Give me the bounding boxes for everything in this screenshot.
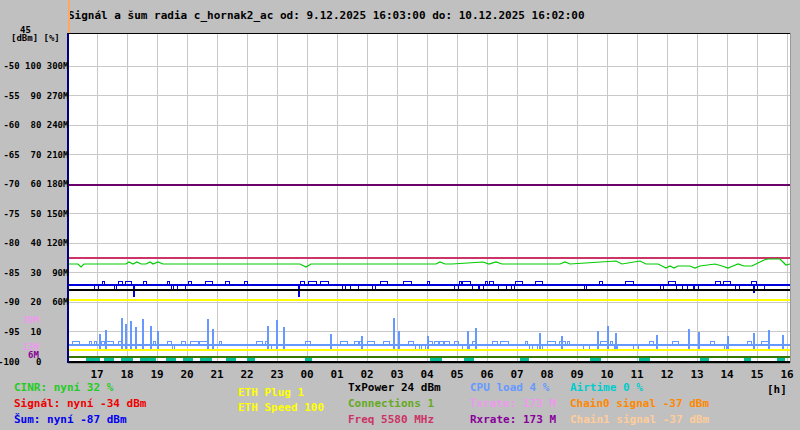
x-axis-label: 12 bbox=[656, 368, 678, 381]
legend-item: Chain0 signal -37 dBm bbox=[570, 397, 709, 410]
legend-item: TxPower 24 dBm bbox=[348, 381, 441, 394]
legend-item: Freq 5580 MHz bbox=[348, 413, 434, 426]
y-axis-label: -95 10 bbox=[0, 327, 66, 337]
legend-item: Signál: nyní -34 dBm bbox=[14, 397, 146, 410]
legend-item: Airtime 0 % bbox=[570, 381, 643, 394]
y-axis-label: -60 80 240M bbox=[0, 120, 66, 130]
y-axis-unit-label: [dBm] [%] bbox=[11, 33, 60, 43]
x-axis-label: 04 bbox=[416, 368, 438, 381]
legend-item: Connections 1 bbox=[348, 397, 434, 410]
x-axis-label: 16 bbox=[776, 368, 798, 381]
x-axis-label: 01 bbox=[326, 368, 348, 381]
mrtg-graph-page: { "header": { "title": "Signál a šum rad… bbox=[0, 0, 800, 430]
x-axis-label: 00 bbox=[296, 368, 318, 381]
x-axis-label: 22 bbox=[236, 368, 258, 381]
y-axis-label: -55 90 270M bbox=[0, 91, 66, 101]
legend-item: Rxrate: 173 M bbox=[470, 413, 556, 426]
y-axis-colored-tick: 6M bbox=[0, 350, 66, 360]
legend-item: ETH Speed 100 bbox=[238, 401, 324, 414]
chart-canvas bbox=[0, 0, 800, 430]
x-axis-label: 13 bbox=[686, 368, 708, 381]
x-axis-label: 09 bbox=[566, 368, 588, 381]
x-axis-label: 08 bbox=[536, 368, 558, 381]
x-axis-label: 20 bbox=[176, 368, 198, 381]
x-axis-label: 05 bbox=[446, 368, 468, 381]
y-axis-label: -90 20 60M bbox=[0, 297, 66, 307]
y-axis-label: -50 100 300M bbox=[0, 61, 66, 71]
x-axis-label: 17 bbox=[86, 368, 108, 381]
y-axis-label: -80 40 120M bbox=[0, 238, 66, 248]
y-axis-label: -70 60 180M bbox=[0, 179, 66, 189]
legend-item: ETH Plug 1 bbox=[238, 386, 304, 399]
y-axis-label: -75 50 150M bbox=[0, 209, 66, 219]
y-axis-label: -65 70 210M bbox=[0, 150, 66, 160]
x-axis-label: 14 bbox=[716, 368, 738, 381]
y-axis-label: -85 30 90M bbox=[0, 268, 66, 278]
x-axis-label: 11 bbox=[626, 368, 648, 381]
legend-item: CINR: nyní 32 % bbox=[14, 381, 113, 394]
x-axis-label: 18 bbox=[116, 368, 138, 381]
x-axis-label: 02 bbox=[356, 368, 378, 381]
x-axis-label: 19 bbox=[146, 368, 168, 381]
legend-item: Šum: nyní -87 dBm bbox=[14, 413, 127, 426]
x-axis-label: 21 bbox=[206, 368, 228, 381]
x-axis-label: 07 bbox=[506, 368, 528, 381]
legend-item: Chain1 signal -37 dBm bbox=[570, 413, 709, 426]
legend-item: CPU load 4 % bbox=[470, 381, 549, 394]
y-axis-colored-tick: 39M bbox=[0, 315, 66, 325]
x-axis-label: 06 bbox=[476, 368, 498, 381]
x-axis-label: 10 bbox=[596, 368, 618, 381]
x-axis-label: 23 bbox=[266, 368, 288, 381]
legend-item: Txrate: 173 M bbox=[470, 397, 556, 410]
x-axis-label: 15 bbox=[746, 368, 768, 381]
x-axis-label: 03 bbox=[386, 368, 408, 381]
x-axis-unit-label: [h] bbox=[767, 383, 787, 396]
